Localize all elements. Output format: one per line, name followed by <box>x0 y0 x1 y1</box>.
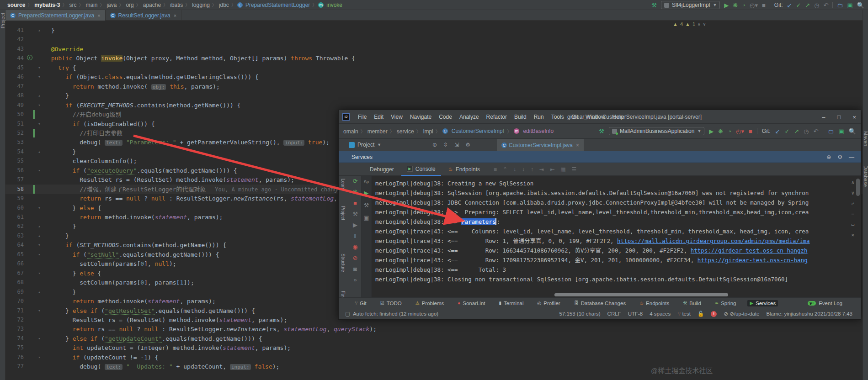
toolwindow-problems[interactable]: ⚠Problems <box>413 300 447 306</box>
editor-tab[interactable]: CResultSetLogger.java× <box>106 10 182 21</box>
services-panel-header[interactable]: Services ⊕ ⚙ — <box>339 151 861 163</box>
fold-marker-icon[interactable]: ▾ <box>37 250 42 259</box>
menu-run[interactable]: Run <box>530 114 548 120</box>
fold-marker-icon[interactable]: ▴ <box>37 147 42 157</box>
download-icon[interactable]: ↓ <box>522 166 525 173</box>
breadcrumb-method[interactable]: invoke <box>326 2 342 8</box>
profiler-button[interactable]: ◴▾ <box>736 128 744 135</box>
thread-dump-icon[interactable]: ◙ <box>353 265 357 272</box>
project-structure-icon[interactable]: 🗀 <box>837 2 843 9</box>
console-link[interactable]: https://girdear-test.oss-cn-hang <box>698 257 808 264</box>
tool-stripe-structure[interactable]: Structure <box>341 253 346 272</box>
toolwindow-services[interactable]: ▶Services <box>747 300 778 306</box>
breadcrumb-item[interactable]: java <box>107 2 117 8</box>
fold-marker-icon[interactable]: ▾ <box>37 72 42 82</box>
settings-gear-icon[interactable]: ⚙ <box>465 142 470 148</box>
locate-icon[interactable]: ⊕ <box>432 142 437 148</box>
inner-title-bar[interactable]: IJ FileEditViewNavigateCodeAnalyzeRefact… <box>339 110 861 124</box>
run-config-combo[interactable]: MallAdminBusinessApplication ▼ <box>609 127 704 135</box>
line-separator[interactable]: CRLF <box>607 311 621 317</box>
breadcrumb-item[interactable]: src <box>69 2 76 8</box>
rollback-button[interactable]: ↶ <box>814 128 819 135</box>
tool-stripe-project[interactable]: Project <box>341 206 346 220</box>
scroll-end-icon[interactable]: ≡ <box>851 211 854 217</box>
tab-endpoints[interactable]: ♨Endpoints <box>443 163 485 176</box>
fold-marker-icon[interactable]: ▾ <box>37 119 42 129</box>
settings-gear-icon[interactable]: ⚙ <box>837 154 842 160</box>
search-icon[interactable]: 🔍 <box>849 128 856 135</box>
service-config-icon[interactable]: ⚒ <box>364 202 369 209</box>
upload-icon[interactable]: ↑ <box>531 166 533 173</box>
inner-editor-tab[interactable]: C CustomerServiceImpl.java × <box>497 139 584 151</box>
git-update-button[interactable]: ↙ <box>787 2 792 9</box>
git-push-button[interactable]: ↗ <box>794 128 799 135</box>
build-hammer-icon[interactable]: ⚒ <box>599 128 604 135</box>
stop-button[interactable]: ■ <box>749 128 752 135</box>
console-link[interactable]: https://mall.alicdn.girdeargroup.com/adm… <box>617 238 809 244</box>
menu-refactor[interactable]: Refactor <box>483 114 511 120</box>
breadcrumb-item[interactable]: jdbc <box>219 2 229 8</box>
close-icon[interactable]: × <box>852 114 856 121</box>
toolwindow-sonarlint[interactable]: ●SonarLint <box>455 300 487 306</box>
menu-file[interactable]: File <box>354 114 370 120</box>
fold-marker-icon[interactable]: ▾ <box>37 166 42 175</box>
menu-analyze[interactable]: Analyze <box>456 114 483 120</box>
float-mode-icon[interactable]: ⊕ <box>826 154 831 160</box>
breadcrumb-item[interactable]: impl <box>423 128 433 135</box>
build-hammer-icon[interactable]: ⚒ <box>651 2 657 9</box>
to-start-icon[interactable]: ⇤ <box>550 166 554 173</box>
coverage-button[interactable]: ◔ <box>728 128 731 135</box>
service-node-icon[interactable]: ▣ <box>363 214 369 221</box>
breadcrumb-item[interactable]: logging <box>192 2 210 8</box>
breadcrumb-item[interactable]: mybatis-3 <box>34 2 60 8</box>
rollback-button[interactable]: ↶ <box>824 2 829 9</box>
debug-button[interactable]: ❋ <box>733 2 738 9</box>
tool-stripe-learn[interactable]: Learn <box>341 179 346 190</box>
console-horizontal-scrollbar[interactable] <box>554 293 728 296</box>
run-node-icon[interactable]: ▶ <box>364 190 369 196</box>
menu-build[interactable]: Build <box>511 114 530 120</box>
to-end-icon[interactable]: ⇥ <box>539 166 544 173</box>
breadcrumb-item[interactable]: source <box>7 2 25 8</box>
git-push-button[interactable]: ↗ <box>805 2 810 9</box>
fold-marker-icon[interactable]: ▾ <box>37 100 42 110</box>
breadcrumb-item[interactable]: service <box>397 128 414 135</box>
profiler-button[interactable]: ◴▾ <box>750 2 758 9</box>
breadcrumb-item[interactable]: omain <box>343 128 358 135</box>
menu-view[interactable]: View <box>387 114 406 120</box>
maximize-icon[interactable]: □ <box>837 114 841 121</box>
menu-edit[interactable]: Edit <box>370 114 387 120</box>
project-structure-icon[interactable]: 🗀 <box>828 128 834 135</box>
history-button[interactable]: ◷ <box>814 2 819 9</box>
sync-status[interactable]: ⊘ ⊘/up-to-date <box>724 311 759 317</box>
git-commit-button[interactable]: ✓ <box>784 128 789 135</box>
lock-icon[interactable]: 🔓 <box>698 311 704 317</box>
console-output[interactable]: merLogImpl|debug|38: Creating a new SqlS… <box>372 176 861 297</box>
build-settings-icon[interactable]: ⚒ <box>352 211 358 217</box>
expand-all-icon[interactable]: ⇳ <box>443 142 448 148</box>
history-button[interactable]: ◷ <box>804 128 809 135</box>
toolwindow-spring[interactable]: ❧Spring <box>713 300 739 306</box>
error-indicator-icon[interactable]: ! <box>711 311 717 317</box>
settings-lines-icon[interactable]: ☰ <box>572 166 577 173</box>
menu-code[interactable]: Code <box>435 114 456 120</box>
more-icon[interactable]: » <box>353 276 357 283</box>
git-commit-button[interactable]: ✓ <box>796 2 801 9</box>
stop-button[interactable]: ■ <box>762 2 766 9</box>
close-icon[interactable]: × <box>576 142 579 148</box>
fold-marker-icon[interactable]: ▴ <box>37 287 42 297</box>
toolwindow-terminal[interactable]: ▮Terminal <box>497 300 526 306</box>
project-selector[interactable]: Project <box>357 142 374 148</box>
hide-icon[interactable]: — <box>849 154 854 160</box>
coverage-button[interactable]: ◔ <box>742 2 746 9</box>
run-config-combo[interactable]: Slf4jLoggerImpl ▼ <box>661 1 720 9</box>
fold-marker-icon[interactable]: ▾ <box>37 353 42 362</box>
run-button[interactable]: ▶ <box>724 2 729 9</box>
event-log-button[interactable]: 9+ Event Log <box>808 301 842 306</box>
console-link[interactable]: https://girdear-test.oss-cn-hangzh <box>691 247 808 254</box>
file-encoding[interactable]: UTF-8 <box>628 311 643 317</box>
inner-breadcrumb-class[interactable]: CustomerServiceImpl <box>452 128 504 134</box>
run-window-icon[interactable]: ▣ <box>847 2 852 9</box>
console-vertical-scrollbar[interactable] <box>856 179 860 196</box>
tool-stripe-maven[interactable]: Maven <box>863 131 868 146</box>
